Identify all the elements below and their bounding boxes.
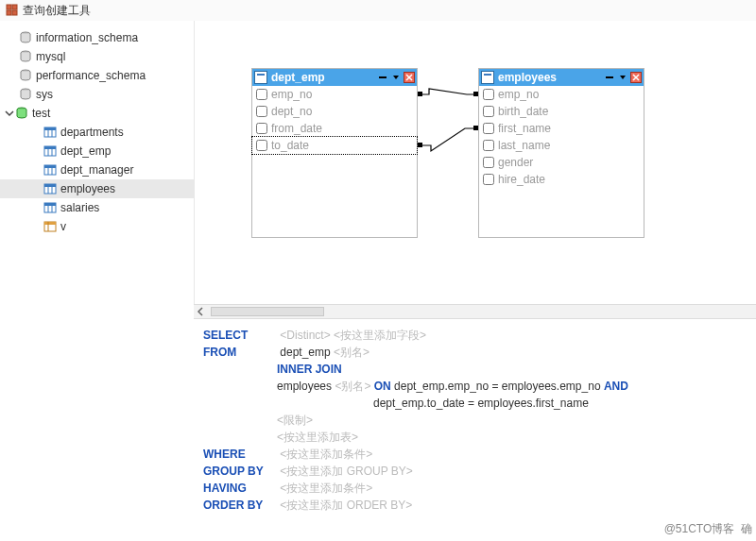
inner-join-keyword: INNER JOIN (277, 363, 342, 376)
having-placeholder[interactable]: <按这里添加条件> (280, 482, 372, 495)
database-icon (19, 50, 32, 63)
column-from-date[interactable]: from_date (252, 120, 417, 137)
menu-icon[interactable] (617, 72, 628, 83)
table-icon (43, 182, 57, 195)
close-icon[interactable] (630, 72, 642, 83)
svg-rect-10 (44, 127, 56, 130)
column-dept-no[interactable]: dept_no (252, 103, 417, 120)
column-gender[interactable]: gender (479, 154, 644, 171)
limit-placeholder[interactable]: <限制> (277, 414, 313, 427)
svg-rect-1 (12, 5, 17, 9)
groupby-keyword: GROUP BY (203, 463, 277, 480)
alias-placeholder[interactable]: <别名> (334, 346, 369, 359)
svg-rect-2 (7, 10, 11, 15)
alias-placeholder[interactable]: <别名> (335, 380, 370, 393)
sql-editor[interactable]: SELECT <Distinct> <按这里添加字段> FROM dept_em… (194, 319, 756, 541)
column-last-name[interactable]: last_name (479, 137, 644, 154)
join-condition-1[interactable]: dept_emp.emp_no = employees.emp_no (394, 380, 600, 393)
tree-db-mysql[interactable]: mysql (0, 47, 194, 66)
column-first-name[interactable]: first_name (479, 120, 644, 137)
database-tree: information_schema mysql performance_sch… (0, 21, 194, 541)
having-keyword: HAVING (203, 480, 277, 497)
orderby-keyword: ORDER BY (203, 497, 277, 514)
app-icon (6, 4, 19, 17)
svg-rect-26 (44, 203, 56, 206)
table-icon (481, 71, 494, 84)
join-condition-2[interactable]: dept_emp.to_date = employees.first_name (373, 397, 589, 410)
query-canvas[interactable]: dept_emp emp_no dept_no from_date to_dat… (194, 21, 756, 304)
database-icon (15, 107, 28, 120)
svg-rect-22 (44, 184, 56, 187)
database-icon (19, 31, 32, 44)
tree-db-information-schema[interactable]: information_schema (0, 28, 194, 47)
title-bar: 查询创建工具 (0, 0, 756, 21)
tree-table-departments[interactable]: departments (0, 123, 194, 142)
and-keyword: AND (604, 380, 628, 393)
add-table-placeholder[interactable]: <按这里添加表> (277, 431, 358, 444)
collapse-icon[interactable] (4, 108, 15, 119)
column-emp-no[interactable]: emp_no (252, 86, 417, 103)
column-checkbox[interactable] (483, 89, 494, 100)
column-checkbox[interactable] (483, 140, 494, 151)
svg-rect-3 (12, 10, 17, 15)
tree-table-employees[interactable]: employees (0, 179, 194, 198)
orderby-placeholder[interactable]: <按这里添加 ORDER BY> (280, 499, 412, 512)
minimize-icon[interactable] (377, 72, 388, 83)
from-table-2[interactable]: employees (277, 380, 332, 393)
menu-icon[interactable] (390, 72, 402, 83)
svg-rect-18 (44, 165, 56, 168)
canvas-table-dept-emp[interactable]: dept_emp emp_no dept_no from_date to_dat… (251, 68, 418, 238)
close-icon[interactable] (404, 72, 415, 83)
table-icon (43, 163, 57, 177)
svg-rect-33 (379, 76, 387, 78)
tree-db-sys[interactable]: sys (0, 85, 194, 104)
svg-rect-14 (44, 146, 56, 149)
tree-table-salaries[interactable]: salaries (0, 198, 194, 217)
column-checkbox[interactable] (256, 140, 267, 151)
fields-placeholder[interactable]: <按这里添加字段> (334, 329, 426, 342)
from-keyword: FROM (203, 344, 277, 361)
column-checkbox[interactable] (256, 89, 267, 100)
tree-table-dept-emp[interactable]: dept_emp (0, 142, 194, 161)
minimize-icon[interactable] (604, 72, 615, 83)
scroll-left-icon[interactable] (194, 305, 207, 318)
groupby-placeholder[interactable]: <按这里添加 GROUP BY> (280, 465, 412, 478)
on-keyword: ON (374, 380, 391, 393)
column-checkbox[interactable] (483, 106, 494, 117)
app-title: 查询创建工具 (23, 3, 91, 19)
tree-db-performance-schema[interactable]: performance_schema (0, 66, 194, 85)
svg-rect-32 (257, 74, 265, 76)
tree-table-dept-manager[interactable]: dept_manager (0, 161, 194, 179)
column-checkbox[interactable] (483, 157, 494, 168)
where-placeholder[interactable]: <按这里添加条件> (280, 448, 372, 461)
column-checkbox[interactable] (256, 106, 267, 117)
column-checkbox[interactable] (483, 174, 494, 185)
svg-rect-34 (484, 74, 491, 76)
from-table-1[interactable]: dept_emp (280, 346, 330, 359)
where-keyword: WHERE (203, 446, 277, 463)
database-icon (19, 69, 32, 82)
column-to-date[interactable]: to_date (252, 137, 417, 154)
svg-rect-30 (44, 222, 56, 225)
tree-db-test[interactable]: test (0, 104, 194, 123)
canvas-table-employees[interactable]: employees emp_no birth_date first_name l… (478, 68, 644, 238)
column-hire-date[interactable]: hire_date (479, 171, 644, 188)
column-emp-no[interactable]: emp_no (479, 86, 644, 103)
table-icon (43, 201, 57, 214)
svg-rect-35 (606, 76, 613, 78)
column-birth-date[interactable]: birth_date (479, 103, 644, 120)
select-keyword: SELECT (203, 327, 277, 344)
distinct-placeholder[interactable]: <Distinct> (280, 329, 330, 342)
table-icon (254, 71, 267, 84)
horizontal-scrollbar[interactable] (211, 307, 324, 316)
tree-view-v[interactable]: v (0, 217, 194, 236)
svg-rect-36 (418, 92, 422, 96)
view-icon (43, 220, 57, 233)
svg-rect-38 (418, 143, 422, 147)
column-checkbox[interactable] (256, 123, 267, 134)
splitter[interactable] (194, 304, 756, 319)
table-icon (43, 126, 57, 139)
table-icon (43, 144, 57, 158)
column-checkbox[interactable] (483, 123, 494, 134)
watermark: @51CTO博客 确 (664, 521, 752, 537)
